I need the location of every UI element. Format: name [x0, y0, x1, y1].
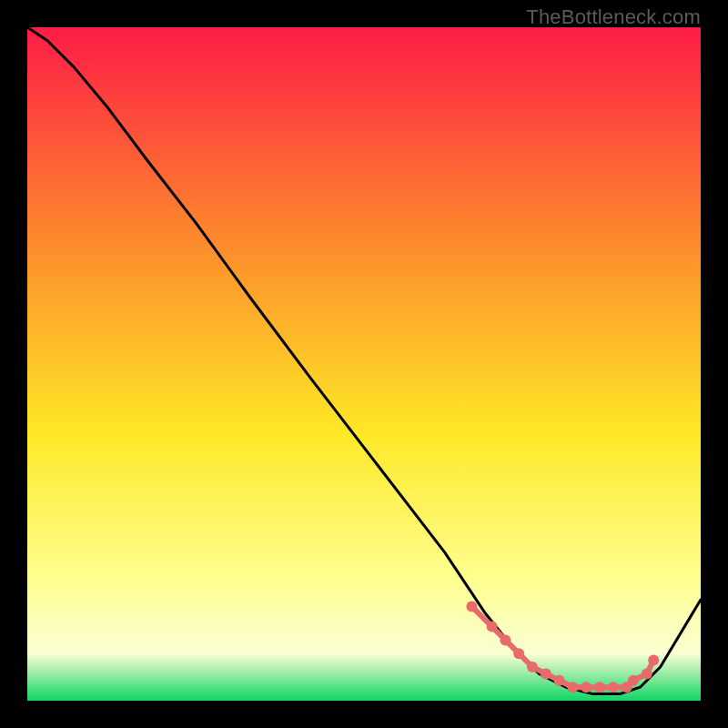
- highlight-dot: [541, 668, 551, 679]
- chart-svg: [27, 27, 701, 701]
- highlight-dot: [594, 682, 605, 693]
- highlight-dot: [466, 601, 477, 612]
- highlight-dot: [567, 682, 578, 693]
- highlight-dot: [581, 682, 592, 693]
- chart-frame: TheBottleneck.com: [0, 0, 728, 728]
- highlight-dot: [487, 622, 498, 632]
- highlight-dot: [527, 662, 538, 672]
- highlight-dot: [648, 655, 659, 666]
- highlight-dot: [513, 648, 524, 659]
- attribution-label: TheBottleneck.com: [526, 5, 701, 29]
- highlight-dot: [554, 675, 565, 686]
- plot-area: [27, 27, 701, 701]
- highlight-dot: [608, 682, 619, 693]
- highlight-dot: [500, 634, 511, 645]
- highlight-dot: [628, 675, 639, 686]
- gradient-background: [27, 27, 701, 701]
- highlight-dot: [642, 668, 652, 679]
